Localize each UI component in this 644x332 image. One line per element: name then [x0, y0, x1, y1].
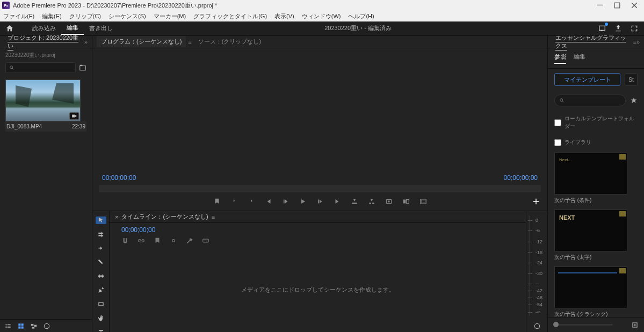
project-panel-chevrons-icon[interactable]: »	[84, 39, 88, 45]
edit-tab[interactable]: 編集	[574, 53, 585, 64]
menu-file[interactable]: ファイル(F)	[3, 12, 34, 20]
audio-meter: 0-6-12-18-24-30---42-48-54-∞	[526, 211, 547, 332]
type-tool[interactable]	[96, 328, 106, 332]
sort-icon[interactable]	[618, 321, 626, 329]
meter-tick	[528, 305, 532, 305]
window-maximize-button[interactable]	[614, 2, 620, 9]
caption-track-icon[interactable]	[202, 237, 209, 244]
libraries-checkbox[interactable]	[554, 139, 561, 146]
menu-window[interactable]: ウィンドウ(W)	[302, 12, 341, 20]
window-minimize-button[interactable]	[597, 2, 603, 9]
tool-palette	[92, 211, 110, 332]
clip-item[interactable]: DJI_0083.MP4 22:39	[5, 80, 86, 132]
solo-button-icon[interactable]	[533, 322, 541, 330]
add-marker-icon[interactable]	[154, 237, 161, 244]
extract-icon[interactable]	[368, 198, 375, 205]
go-to-out-icon[interactable]	[334, 198, 341, 205]
monitor-scrubber[interactable]	[99, 185, 541, 192]
list-view-icon[interactable]	[4, 322, 12, 330]
workspace-export[interactable]: 書き出し	[84, 22, 118, 34]
meter-tick-label: -18	[536, 250, 542, 255]
button-editor-icon[interactable]	[531, 197, 541, 206]
preset-thumbnail: Next...	[554, 153, 627, 194]
workspace-bar: 読み込み 編集 書き出し 20230220重い - 編集済み	[0, 21, 644, 35]
project-title: 20230220重い - 編集済み	[118, 24, 598, 32]
timeline-drop-hint: メディアをここにドロップしてシーケンスを作成します。	[110, 248, 526, 332]
window-titlebar: Pr Adobe Premiere Pro 2023 - D:\20230207…	[0, 0, 644, 11]
thumbnail-size-slider[interactable]	[553, 324, 613, 326]
menu-view[interactable]: 表示(V)	[274, 12, 294, 20]
menu-edit[interactable]: 編集(E)	[42, 12, 62, 20]
template-search-input[interactable]	[554, 95, 626, 106]
svg-rect-23	[203, 239, 209, 242]
ripple-edit-tool[interactable]	[96, 244, 106, 252]
menu-graphics[interactable]: グラフィックとタイトル(G)	[193, 12, 267, 20]
timeline-timecode[interactable]: 00;00;00;00	[110, 223, 526, 234]
home-icon[interactable]	[5, 24, 14, 33]
icon-view-icon[interactable]	[17, 322, 25, 330]
slip-tool[interactable]	[96, 272, 106, 280]
go-to-in-icon[interactable]	[265, 198, 272, 205]
fullscreen-icon[interactable]	[630, 24, 639, 33]
step-forward-icon[interactable]	[316, 198, 324, 205]
zoom-slider-icon[interactable]	[43, 322, 50, 330]
export-frame-icon[interactable]	[385, 198, 393, 205]
new-bin-icon[interactable]	[79, 64, 86, 71]
project-footer	[0, 319, 92, 332]
svg-point-17	[388, 200, 390, 203]
svg-rect-13	[34, 324, 37, 327]
marker-icon[interactable]	[213, 198, 221, 205]
comparison-view-icon[interactable]	[402, 198, 410, 205]
local-templates-checkbox[interactable]	[554, 119, 561, 126]
timeline-menu-icon[interactable]: ≡	[212, 214, 215, 220]
menu-clip[interactable]: クリップ(C)	[69, 12, 101, 20]
window-close-button[interactable]	[631, 2, 638, 9]
timeline-settings-icon[interactable]	[170, 237, 177, 244]
linked-selection-icon[interactable]	[138, 237, 145, 244]
step-back-icon[interactable]	[282, 198, 290, 205]
preset-thumbnail	[554, 266, 627, 308]
menu-marker[interactable]: マーカー(M)	[154, 12, 186, 20]
selection-tool[interactable]	[96, 216, 106, 224]
preset-item[interactable]: 次の予告 (クラシック)	[554, 266, 638, 317]
share-icon[interactable]	[614, 24, 623, 33]
razor-tool[interactable]	[96, 258, 106, 266]
favorites-icon[interactable]	[630, 97, 638, 104]
new-item-icon[interactable]	[631, 321, 639, 329]
my-templates-button[interactable]: マイテンプレート	[554, 73, 620, 86]
hand-tool[interactable]	[96, 314, 106, 322]
preset-thumbnail: NEXT	[554, 210, 627, 251]
play-icon[interactable]	[299, 198, 307, 205]
safe-margins-icon[interactable]	[419, 198, 427, 205]
timeline-close-icon[interactable]: ×	[115, 214, 118, 220]
adobe-stock-button[interactable]: St	[625, 73, 638, 86]
quick-export-icon[interactable]	[598, 24, 606, 33]
out-point-icon[interactable]	[248, 198, 255, 205]
source-monitor-tab[interactable]: ソース：(クリップなし)	[194, 36, 265, 47]
svg-rect-22	[98, 302, 103, 306]
meter-tick-label: -12	[536, 239, 542, 244]
program-monitor-tab[interactable]: プログラム：(シーケンスなし)	[97, 36, 186, 47]
meter-tick	[528, 284, 532, 284]
menu-sequence[interactable]: シーケンス(S)	[108, 12, 146, 20]
timeline-title: タイムライン：(シーケンスなし)	[121, 213, 208, 221]
in-point-icon[interactable]	[230, 198, 238, 205]
track-select-tool[interactable]	[96, 230, 106, 238]
pen-tool[interactable]	[96, 286, 106, 294]
monitor-controls	[92, 192, 547, 211]
panel-chevrons-icon[interactable]: »	[636, 39, 640, 45]
search-icon	[9, 65, 15, 70]
preset-item[interactable]: NEXT次の予告 (太字)	[554, 210, 638, 261]
timecode-right[interactable]: 00;00;00;00	[504, 174, 538, 182]
menu-help[interactable]: ヘルプ(H)	[348, 12, 374, 20]
preset-item[interactable]: Next...次の予告 (条件)	[554, 153, 638, 204]
project-search-input[interactable]	[5, 62, 76, 73]
lift-icon[interactable]	[351, 198, 358, 205]
freeform-view-icon[interactable]	[30, 322, 38, 330]
wrench-icon[interactable]	[186, 237, 193, 244]
browse-tab[interactable]: 参照	[554, 53, 566, 64]
rectangle-tool[interactable]	[96, 300, 106, 308]
snap-icon[interactable]	[121, 237, 129, 244]
panel-menu-icon[interactable]: ≡	[188, 39, 191, 45]
timecode-left[interactable]: 00;00;00;00	[102, 174, 136, 182]
